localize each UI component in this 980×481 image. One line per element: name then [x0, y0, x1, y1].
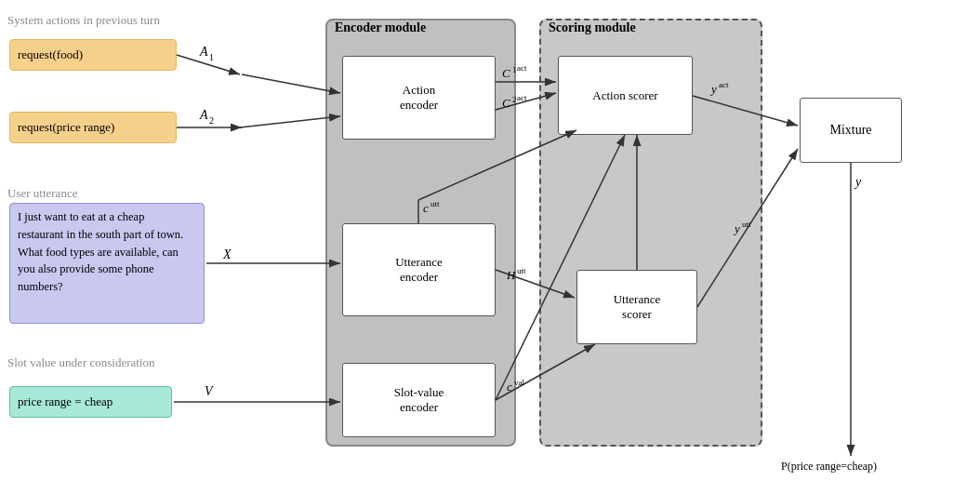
label-slot-value: Slot value under consideration	[7, 355, 155, 370]
svg-text:2: 2	[209, 115, 214, 126]
action-encoder-box: Action encoder	[342, 56, 496, 140]
svg-text:P(price range=cheap): P(price range=cheap)	[781, 460, 877, 473]
action-scorer-box: Action scorer	[558, 56, 693, 135]
slot-encoder-box: Slot-value encoder	[342, 363, 496, 437]
encoder-module-label: Encoder module	[335, 20, 426, 35]
svg-text:1: 1	[209, 52, 214, 62]
svg-text:y: y	[854, 175, 862, 189]
utterance-encoder-box: Utterance encoder	[342, 223, 496, 316]
slot-box: price range = cheap	[9, 386, 172, 418]
svg-text:act: act	[517, 63, 527, 73]
label-system-actions: System actions in previous turn	[7, 13, 160, 28]
mixture-box: Mixture	[800, 98, 902, 163]
svg-text:X: X	[222, 247, 232, 261]
svg-text:A: A	[199, 45, 208, 59]
scoring-module-label: Scoring module	[549, 20, 636, 35]
diagram: System actions in previous turn User utt…	[0, 0, 980, 481]
action2-box: request(price range)	[9, 112, 177, 143]
utterance-box: I just want to eat at a cheap restaurant…	[9, 203, 205, 324]
svg-text:V: V	[205, 384, 214, 398]
svg-text:A: A	[199, 108, 208, 122]
svg-text:act: act	[517, 93, 527, 102]
svg-text:utt: utt	[517, 266, 526, 275]
utterance-scorer-box: Utterance scorer	[576, 270, 697, 344]
label-user-utterance: User utterance	[7, 186, 77, 201]
action1-box: request(food)	[9, 39, 177, 71]
svg-line-1	[177, 55, 240, 74]
